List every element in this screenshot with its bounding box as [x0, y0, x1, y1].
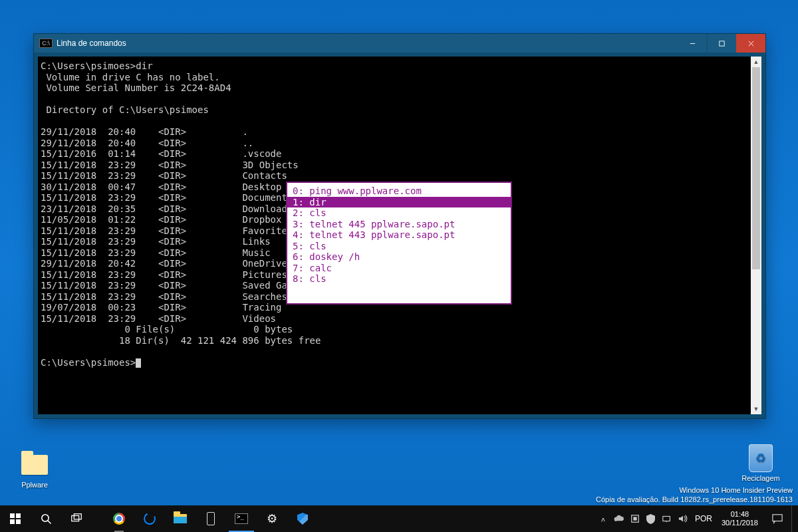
search-button[interactable] — [31, 505, 61, 532]
history-item[interactable]: 6: doskey /h — [287, 251, 511, 263]
maximize-button[interactable] — [707, 34, 736, 53]
tray-volume-icon[interactable] — [675, 505, 691, 532]
desktop-folder-label: Pplware — [11, 481, 59, 489]
svg-line-9 — [48, 521, 51, 524]
minimize-button[interactable] — [678, 34, 707, 53]
tray-network-icon[interactable] — [659, 505, 675, 532]
start-button[interactable] — [0, 505, 31, 532]
svg-rect-1 — [720, 41, 724, 45]
system-tray[interactable]: ʌ POR 01:48 30/11/2018 — [595, 505, 798, 532]
history-item[interactable]: 8: cls — [287, 273, 511, 285]
tray-time: 01:48 — [722, 510, 758, 519]
svg-rect-13 — [633, 517, 636, 520]
history-item[interactable]: 3: telnet 445 pplware.sapo.pt — [287, 219, 511, 230]
cursor — [136, 358, 141, 368]
scroll-up-button[interactable]: ▲ — [751, 57, 761, 67]
svg-point-8 — [42, 515, 49, 521]
vertical-scrollbar[interactable]: ▲ ▼ — [751, 57, 761, 414]
file-explorer-icon — [174, 514, 187, 523]
tray-language[interactable]: POR — [691, 514, 716, 523]
svg-rect-4 — [10, 513, 15, 518]
desktop-recycle-label: Reciclagem — [737, 474, 785, 482]
phone-icon — [207, 512, 215, 525]
desktop-folder-pplware[interactable]: Pplware — [11, 451, 59, 489]
tray-clock[interactable]: 01:48 30/11/2018 — [716, 510, 763, 527]
svg-rect-7 — [16, 519, 21, 524]
svg-rect-10 — [72, 515, 79, 521]
scroll-track[interactable] — [751, 67, 761, 404]
taskbar-app-security[interactable] — [287, 505, 318, 532]
tray-date: 30/11/2018 — [722, 519, 758, 527]
history-item[interactable]: 0: ping www.pplware.com — [287, 186, 511, 197]
command-history-popup[interactable]: 0: ping www.pplware.com1: dir2: cls3: te… — [286, 182, 512, 305]
shield-icon — [297, 513, 308, 525]
taskbar-app-explorer[interactable] — [165, 505, 196, 532]
history-item[interactable]: 7: calc — [287, 263, 511, 274]
taskbar-app-edge[interactable] — [134, 505, 165, 532]
tray-overflow-button[interactable]: ʌ — [595, 505, 611, 532]
history-item[interactable]: 4: telnet 443 pplware.sapo.pt — [287, 229, 511, 241]
taskbar-app-chrome[interactable] — [104, 505, 134, 532]
taskbar[interactable]: ⚙ ʌ POR 01:48 30/11/2018 — [0, 505, 798, 532]
svg-rect-5 — [16, 513, 21, 518]
folder-icon — [21, 451, 49, 479]
history-item[interactable]: 2: cls — [287, 207, 511, 219]
chrome-icon — [113, 513, 125, 525]
svg-rect-14 — [663, 516, 670, 521]
tray-onedrive-icon[interactable] — [611, 505, 627, 532]
taskview-button[interactable] — [61, 505, 92, 532]
cmd-title-icon: C:\ — [39, 39, 53, 48]
recycle-bin-icon — [747, 444, 775, 472]
action-center-button[interactable] — [763, 513, 791, 524]
history-item[interactable]: 1: dir — [287, 197, 511, 208]
scroll-down-button[interactable]: ▼ — [751, 404, 761, 414]
watermark-line2: Cópia de avaliação. Build 18282.rs_prere… — [596, 495, 793, 504]
svg-rect-16 — [773, 515, 782, 521]
gear-icon: ⚙ — [267, 511, 277, 526]
windows-watermark: Windows 10 Home Insider Preview Cópia de… — [596, 485, 793, 504]
svg-rect-6 — [10, 519, 15, 524]
window-title: Linha de comandos — [57, 39, 126, 48]
desktop-recycle-bin[interactable]: Reciclagem — [737, 444, 785, 482]
tray-security-icon[interactable] — [643, 505, 659, 532]
close-button[interactable] — [736, 34, 765, 53]
cmd-icon — [235, 513, 248, 524]
taskbar-app-cmd[interactable] — [226, 505, 257, 532]
scroll-thumb[interactable] — [752, 67, 760, 269]
svg-rect-11 — [74, 514, 81, 519]
taskbar-app-yourphone[interactable] — [196, 505, 226, 532]
taskbar-app-settings[interactable]: ⚙ — [257, 505, 287, 532]
tray-app-icon[interactable] — [627, 505, 643, 532]
watermark-line1: Windows 10 Home Insider Preview — [596, 485, 793, 495]
show-desktop-button[interactable] — [791, 505, 795, 532]
edge-icon — [142, 511, 157, 526]
history-item[interactable]: 5: cls — [287, 241, 511, 252]
titlebar[interactable]: C:\ Linha de comandos — [34, 34, 765, 53]
